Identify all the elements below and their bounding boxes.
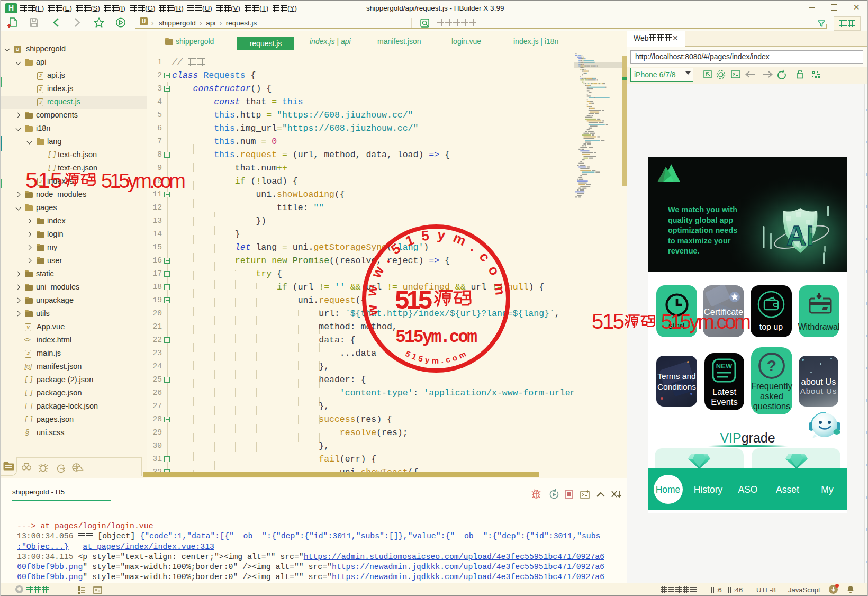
svg-text:515ym.com: 515ym.com bbox=[661, 311, 751, 333]
svg-text:515: 515 bbox=[592, 311, 625, 333]
svg-text:www.515ym.com: www.515ym.com bbox=[363, 227, 509, 317]
svg-text:AI: AI bbox=[786, 220, 814, 251]
svg-text:515ym.com: 515ym.com bbox=[395, 328, 477, 347]
svg-text:515ym.com: 515ym.com bbox=[101, 170, 186, 192]
svg-text:515: 515 bbox=[395, 285, 432, 314]
svg-text:515: 515 bbox=[25, 169, 62, 193]
svg-text:?: ? bbox=[767, 357, 776, 374]
svg-text:515ym.com: 515ym.com bbox=[404, 348, 470, 365]
svg-text:NEW: NEW bbox=[716, 362, 733, 370]
